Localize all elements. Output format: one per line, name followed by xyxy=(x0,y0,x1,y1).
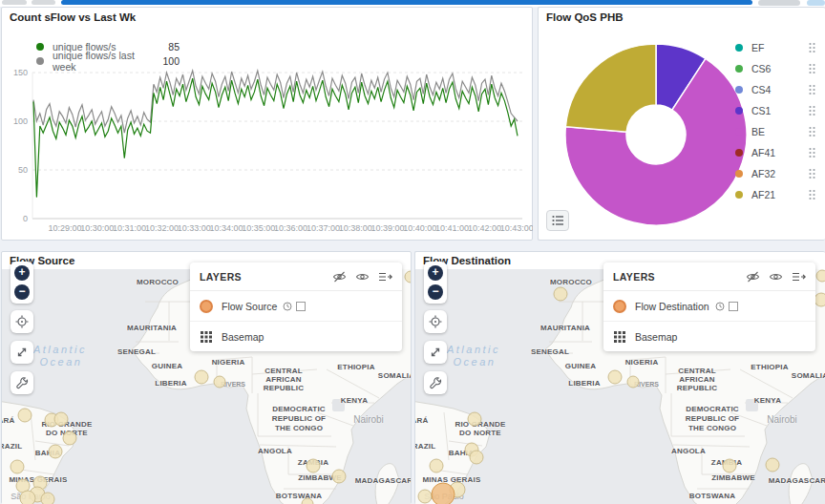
legend-menu-icon[interactable] xyxy=(809,126,815,137)
top-button-right-1[interactable] xyxy=(758,0,800,6)
flow-point[interactable] xyxy=(63,431,76,445)
flow-point[interactable] xyxy=(307,459,320,472)
flow-point[interactable] xyxy=(814,293,825,306)
legend-menu-icon[interactable] xyxy=(809,168,815,179)
hide-all-layers-icon[interactable] xyxy=(746,271,760,283)
flow-point[interactable] xyxy=(332,470,346,483)
svg-text:10:34:00: 10:34:00 xyxy=(209,223,243,233)
pie-legend-item[interactable]: AF21 xyxy=(735,184,815,205)
pie-legend-item[interactable]: AF41 xyxy=(735,142,815,163)
pie-slice-AF21[interactable] xyxy=(565,44,656,132)
flow-point[interactable] xyxy=(430,459,443,472)
legend-color-dot xyxy=(735,191,743,199)
pie-legend-item[interactable]: EF xyxy=(735,37,815,58)
legend-menu-icon[interactable] xyxy=(809,42,815,53)
flow-point[interactable] xyxy=(20,491,35,504)
legend-color-dot xyxy=(735,86,743,94)
legend-label: AF41 xyxy=(751,147,786,158)
time-enabled-icon xyxy=(715,302,725,311)
zoom-out-button[interactable]: − xyxy=(428,284,443,300)
flow-point[interactable] xyxy=(608,370,622,384)
zoom-out-button[interactable]: − xyxy=(14,284,30,300)
svg-text:10:40:00: 10:40:00 xyxy=(403,223,436,233)
panel-flow-source: Flow Source AtlanticOceanTUNISIAMOROCCOI… xyxy=(1,251,412,504)
flow-point[interactable] xyxy=(54,412,68,426)
flow-point[interactable] xyxy=(723,459,736,472)
flow-point[interactable] xyxy=(41,493,54,504)
collapse-layers-icon[interactable] xyxy=(378,271,392,283)
tools-button[interactable] xyxy=(424,371,447,394)
legend-menu-icon[interactable] xyxy=(809,147,815,158)
pie-legend-item[interactable]: AF32 xyxy=(735,163,815,184)
flow-chart-plot[interactable]: 15010050010:29:0010:30:0010:31:0010:32:0… xyxy=(2,65,533,240)
flow-point[interactable] xyxy=(766,458,779,472)
top-tab-left-1[interactable] xyxy=(2,0,27,5)
collapse-layers-icon[interactable] xyxy=(792,271,806,283)
flow-point[interactable] xyxy=(470,451,483,464)
show-all-layers-icon[interactable] xyxy=(769,271,783,283)
top-tab-left-2[interactable] xyxy=(32,0,55,5)
flow-point[interactable] xyxy=(468,412,481,426)
flow-point[interactable] xyxy=(49,445,62,458)
flow-point[interactable] xyxy=(432,483,455,504)
zoom-in-button[interactable]: + xyxy=(428,265,443,281)
expand-diagonal-icon xyxy=(15,346,29,359)
tools-button[interactable] xyxy=(11,371,33,394)
legend-menu-icon[interactable] xyxy=(809,105,815,116)
flow-point[interactable] xyxy=(418,490,432,503)
top-button-right-2[interactable] xyxy=(807,0,825,6)
legend-color-dot xyxy=(735,170,743,178)
layer-row-flow[interactable]: Flow Destination xyxy=(603,291,815,322)
locate-button[interactable] xyxy=(424,310,447,333)
pie-legend-item[interactable]: BE xyxy=(735,121,815,142)
layer-row-basemap[interactable]: Basemap xyxy=(603,322,815,351)
layers-panel: LAYERS Flow Destination xyxy=(603,262,815,351)
layer-checkbox[interactable] xyxy=(729,302,738,311)
basemap-grid-icon xyxy=(200,330,213,344)
crosshair-icon xyxy=(15,315,29,328)
panel-flow-destination: Flow Destination AtlanticOceanTUNISIAMOR… xyxy=(414,251,825,504)
svg-text:10:38:00: 10:38:00 xyxy=(339,223,372,233)
flow-point[interactable] xyxy=(18,409,32,422)
fullscreen-button[interactable] xyxy=(424,341,447,364)
svg-text:10:37:00: 10:37:00 xyxy=(307,223,340,233)
svg-text:10:31:00: 10:31:00 xyxy=(113,223,146,233)
pie-legend-item[interactable]: CS4 xyxy=(735,79,815,100)
pie-legend-item[interactable]: CS1 xyxy=(735,100,815,121)
map-controls: + − xyxy=(11,262,33,402)
locate-button[interactable] xyxy=(11,310,33,333)
hide-all-layers-icon[interactable] xyxy=(332,271,347,283)
svg-text:10:32:00: 10:32:00 xyxy=(145,223,179,233)
zoom-in-button[interactable]: + xyxy=(14,265,30,281)
svg-text:10:41:00: 10:41:00 xyxy=(435,223,469,233)
progress-bar xyxy=(61,0,752,5)
wrench-icon xyxy=(15,376,29,389)
layer-row-flow[interactable]: Flow Source xyxy=(190,291,402,322)
flow-point[interactable] xyxy=(554,287,567,301)
flow-point[interactable] xyxy=(627,376,639,388)
legend-menu-icon[interactable] xyxy=(809,84,815,95)
layer-checkbox[interactable] xyxy=(296,302,306,311)
flow-point[interactable] xyxy=(11,460,24,473)
pie-legend-item[interactable]: CS6 xyxy=(735,58,815,79)
legend-menu-icon[interactable] xyxy=(809,63,815,74)
legend-label: BE xyxy=(751,126,786,137)
flow-point[interactable] xyxy=(405,271,411,283)
fullscreen-button[interactable] xyxy=(11,341,33,364)
layer-name: Flow Destination xyxy=(635,301,709,312)
show-all-layers-icon[interactable] xyxy=(355,271,370,283)
pie-legend: EFCS6CS4CS1BEAF41AF32AF21 xyxy=(735,37,815,205)
layer-row-basemap[interactable]: Basemap xyxy=(190,322,402,351)
flow-point[interactable] xyxy=(816,270,825,282)
crosshair-icon xyxy=(429,315,442,328)
legend-toggle-button[interactable] xyxy=(546,210,569,231)
flow-point[interactable] xyxy=(214,376,225,388)
legend-label: EF xyxy=(751,42,786,53)
map-controls: + − xyxy=(424,262,447,402)
flow-point[interactable] xyxy=(302,498,313,504)
svg-text:50: 50 xyxy=(18,165,28,175)
flow-point[interactable] xyxy=(195,370,208,384)
legend-color-dot xyxy=(735,128,743,136)
expand-diagonal-icon xyxy=(429,346,442,359)
legend-menu-icon[interactable] xyxy=(809,189,815,200)
